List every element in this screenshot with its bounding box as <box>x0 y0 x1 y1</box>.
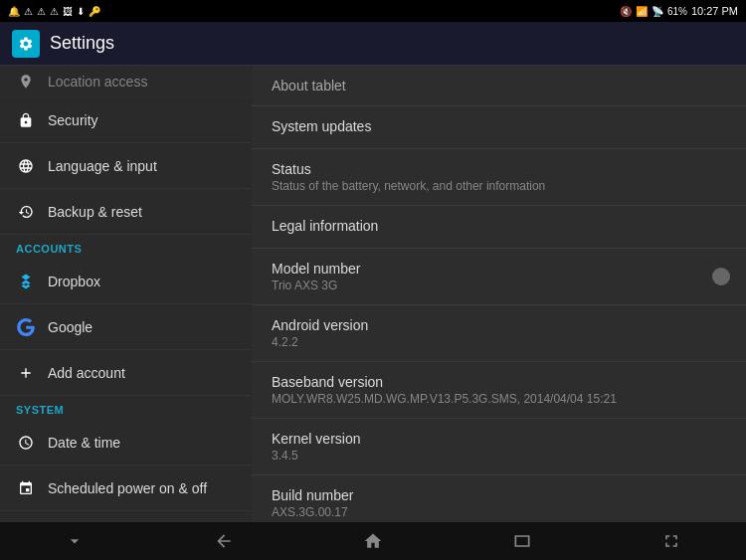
content-item-system-updates[interactable]: System updates <box>252 106 746 149</box>
sidebar-item-add-account-label: Add account <box>48 365 125 381</box>
legal-title: Legal information <box>272 218 726 234</box>
sidebar-item-google-label: Google <box>48 319 93 335</box>
lock-icon <box>16 110 36 130</box>
clock-icon <box>16 433 36 453</box>
navigation-bar <box>0 522 746 560</box>
add-account-icon <box>16 363 36 383</box>
mute-icon: 🔇 <box>620 6 632 17</box>
settings-app-icon <box>12 30 40 58</box>
warning-icon-2: ⚠ <box>37 6 46 17</box>
sidebar-item-security-label: Security <box>48 112 98 128</box>
status-bar: 🔔 ⚠ ⚠ ⚠ 🖼 ⬇ 🔑 🔇 📶 📡 61% 10:27 PM <box>0 0 746 22</box>
sidebar-item-security[interactable]: Security <box>0 97 252 143</box>
nav-home-button[interactable] <box>358 526 388 556</box>
content-item-status[interactable]: Status Status of the battery, network, a… <box>252 149 746 206</box>
sidebar-item-accessibility[interactable]: Accessibility <box>0 511 252 522</box>
content-item-android[interactable]: Android version 4.2.2 <box>252 305 746 362</box>
content-item-kernel[interactable]: Kernel version 3.4.5 <box>252 419 746 475</box>
kernel-title: Kernel version <box>272 431 726 447</box>
status-subtitle: Status of the battery, network, and othe… <box>272 179 726 193</box>
model-value: Trio AXS 3G <box>272 279 696 292</box>
content-item-model[interactable]: Model number Trio AXS 3G <box>252 249 746 305</box>
sidebar-item-backup-label: Backup & reset <box>48 204 142 220</box>
sidebar-item-dropbox-label: Dropbox <box>48 274 100 289</box>
sidebar-item-scheduled-label: Scheduled power on & off <box>48 480 207 496</box>
security-key-icon: 🔑 <box>89 6 100 17</box>
nav-dropdown-button[interactable] <box>60 526 90 556</box>
download-icon: ⬇ <box>77 6 85 17</box>
sidebar-item-language[interactable]: Language & input <box>0 143 252 189</box>
build-value: AXS.3G.00.17 <box>272 505 726 519</box>
content-item-build[interactable]: Build number AXS.3G.00.17 <box>252 475 746 522</box>
content-title: About tablet <box>252 66 746 106</box>
warning-icon-3: ⚠ <box>50 6 59 17</box>
signal-icon: 📶 <box>636 6 648 17</box>
sidebar-item-datetime-label: Date & time <box>48 435 120 451</box>
sidebar: Location access Security Language & inpu… <box>0 66 252 522</box>
android-title: Android version <box>272 317 726 333</box>
content-item-baseband[interactable]: Baseband version MOLY.WR8.W25.MD.WG.MP.V… <box>252 362 746 419</box>
dropbox-icon <box>16 272 36 291</box>
content-item-legal[interactable]: Legal information <box>252 206 746 249</box>
page-title: Settings <box>50 33 114 54</box>
sidebar-item-language-label: Language & input <box>48 158 157 174</box>
sidebar-item-location-label: Location access <box>48 74 147 90</box>
sidebar-item-location[interactable]: Location access <box>0 66 252 97</box>
app-header: Settings <box>0 22 746 66</box>
nav-back-button[interactable] <box>209 526 239 556</box>
build-title: Build number <box>272 487 726 503</box>
google-icon <box>16 317 36 337</box>
status-icons-right: 🔇 📶 📡 61% 10:27 PM <box>620 5 738 17</box>
wifi-icon: 📡 <box>652 6 663 17</box>
system-updates-title: System updates <box>272 118 726 134</box>
schedule-icon <box>16 478 36 498</box>
content-area: About tablet System updates Status Statu… <box>252 66 746 522</box>
kernel-value: 3.4.5 <box>272 449 726 463</box>
accounts-section-header: ACCOUNTS <box>0 235 252 259</box>
image-icon: 🖼 <box>63 6 73 17</box>
sidebar-item-datetime[interactable]: Date & time <box>0 420 252 466</box>
notification-icon: 🔔 <box>8 6 20 17</box>
battery-level: 61% <box>667 6 687 17</box>
status-title: Status <box>272 161 726 177</box>
sidebar-item-dropbox[interactable]: Dropbox <box>0 259 252 304</box>
clock: 10:27 PM <box>691 5 738 17</box>
main-layout: Location access Security Language & inpu… <box>0 66 746 522</box>
warning-icon-1: ⚠ <box>24 6 33 17</box>
sidebar-item-scheduled[interactable]: Scheduled power on & off <box>0 466 252 511</box>
status-bar-left: 🔔 ⚠ ⚠ ⚠ 🖼 ⬇ 🔑 <box>8 6 614 17</box>
nav-expand-button[interactable] <box>656 526 686 556</box>
backup-icon <box>16 202 36 222</box>
sidebar-item-add-account[interactable]: Add account <box>0 350 252 396</box>
nav-recents-button[interactable] <box>507 526 537 556</box>
baseband-value: MOLY.WR8.W25.MD.WG.MP.V13.P5.3G.SMS, 201… <box>272 392 726 406</box>
baseband-title: Baseband version <box>272 374 726 390</box>
sidebar-item-google[interactable]: Google <box>0 304 252 350</box>
scroll-indicator <box>712 268 730 285</box>
language-icon <box>16 156 36 176</box>
android-value: 4.2.2 <box>272 335 726 349</box>
system-section-header: SYSTEM <box>0 396 252 420</box>
location-icon <box>16 72 36 92</box>
sidebar-item-backup[interactable]: Backup & reset <box>0 189 252 235</box>
model-title: Model number <box>272 261 696 277</box>
